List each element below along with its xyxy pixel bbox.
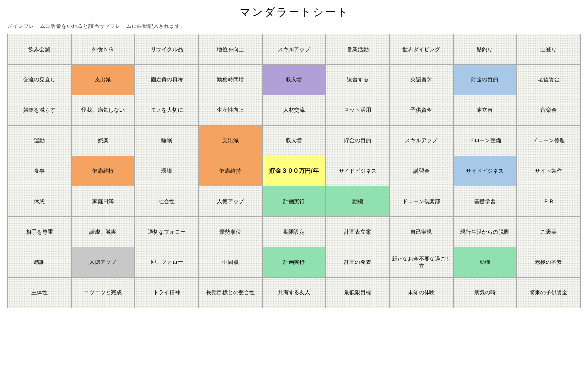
table-cell: 主体性 — [8, 278, 72, 308]
table-cell: 期限設定 — [262, 217, 326, 247]
table-cell: 音楽会 — [517, 95, 581, 126]
table-cell: サイト製作 — [517, 156, 581, 186]
table-cell: 貯金３００万円/年 — [262, 156, 326, 186]
table-cell: 環境 — [135, 156, 199, 186]
table-cell: 娯楽を減らす — [8, 95, 72, 126]
table-cell: 勤務時間増 — [198, 65, 262, 95]
table-cell: 固定費の再考 — [135, 65, 199, 95]
table-cell: ご褒美 — [517, 217, 581, 247]
table-cell: 現行生活からの脱脚 — [453, 217, 517, 247]
table-cell: 計画実行 — [262, 247, 326, 278]
table-cell: 優勢順位 — [198, 217, 262, 247]
table-cell: ネット活用 — [326, 95, 390, 126]
table-cell: 睡眠 — [135, 126, 199, 156]
table-cell: スキルアップ — [389, 126, 453, 156]
table-cell: 計画の発表 — [326, 247, 390, 278]
table-cell: 怪我、病気しない — [71, 95, 135, 126]
table-cell: モノを大切に — [135, 95, 199, 126]
table-cell: 病気の時 — [453, 278, 517, 308]
table-cell: 老後資金 — [517, 65, 581, 95]
table-cell: 家立替 — [453, 95, 517, 126]
table-cell: サイドビジネス — [453, 156, 517, 186]
table-cell: 休憩 — [8, 186, 72, 217]
table-cell: 飲み会減 — [8, 34, 72, 65]
table-cell: トライ精神 — [135, 278, 199, 308]
table-cell: 最低限目標 — [326, 278, 390, 308]
table-cell: 世界ダイビング — [389, 34, 453, 65]
table-cell: 家庭円満 — [71, 186, 135, 217]
table-cell: サイドビジネス — [326, 156, 390, 186]
table-cell: 共有する友人 — [262, 278, 326, 308]
table-cell: 動機 — [453, 247, 517, 278]
table-cell: 鮎釣り — [453, 34, 517, 65]
table-cell: 適切なフォロー — [135, 217, 199, 247]
table-cell: 相手を尊重 — [8, 217, 72, 247]
table-cell: 基礎学習 — [453, 186, 517, 217]
table-cell: 社会性 — [135, 186, 199, 217]
table-cell: ドローン修理 — [517, 126, 581, 156]
table-cell: 生産性向上 — [198, 95, 262, 126]
table-cell: 支出減 — [71, 65, 135, 95]
table-cell: 外食ＮＧ — [71, 34, 135, 65]
table-cell: 交流の見直し — [8, 65, 72, 95]
table-cell: 講習会 — [389, 156, 453, 186]
table-cell: 新たなお金不要な過ごし方 — [389, 247, 453, 278]
table-cell: 英語留学 — [389, 65, 453, 95]
table-cell: 娯楽 — [71, 126, 135, 156]
table-cell: 計画実行 — [262, 186, 326, 217]
table-cell: ドローン倶楽部 — [389, 186, 453, 217]
table-cell: 中間点 — [198, 247, 262, 278]
table-cell: ＰＲ — [517, 186, 581, 217]
table-cell: 地位を向上 — [198, 34, 262, 65]
table-cell: 即、フォロー — [135, 247, 199, 278]
table-cell: リサイクル品 — [135, 34, 199, 65]
table-cell: 健康維持 — [71, 156, 135, 186]
table-cell: 読書する — [326, 65, 390, 95]
table-cell: 運動 — [8, 126, 72, 156]
table-cell: 未知の体験 — [389, 278, 453, 308]
table-cell: 計画表立案 — [326, 217, 390, 247]
table-cell: 営業活動 — [326, 34, 390, 65]
table-cell: 将来の子供資金 — [517, 278, 581, 308]
table-cell: 人材交流 — [262, 95, 326, 126]
table-cell: 食事 — [8, 156, 72, 186]
table-cell: 老後の不安 — [517, 247, 581, 278]
table-cell: 子供資金 — [389, 95, 453, 126]
table-cell: 支出減 — [198, 126, 262, 156]
subtitle: メインフレームに語彙をいれると該当サブフレームに自動記入されます。 — [7, 23, 581, 30]
table-cell: 謙虚、誠実 — [71, 217, 135, 247]
table-cell: 動機 — [326, 186, 390, 217]
table-cell: 自己実現 — [389, 217, 453, 247]
table-cell: コツコツと完成 — [71, 278, 135, 308]
table-cell: 収入増 — [262, 65, 326, 95]
table-cell: スキルアップ — [262, 34, 326, 65]
table-cell: 人徳アップ — [198, 186, 262, 217]
table-cell: 山登り — [517, 34, 581, 65]
table-cell: 長期目標との整合性 — [198, 278, 262, 308]
table-cell: 貯金の目的 — [326, 126, 390, 156]
table-cell: ドローン整備 — [453, 126, 517, 156]
table-cell: 健康維持 — [198, 156, 262, 186]
table-cell: 人徳アップ — [71, 247, 135, 278]
table-cell: 収入増 — [262, 126, 326, 156]
table-cell: 貯金の目的 — [453, 65, 517, 95]
table-cell: 感謝 — [8, 247, 72, 278]
mandala-table: 飲み会減外食ＮＧリサイクル品地位を向上スキルアップ営業活動世界ダイビング鮎釣り山… — [7, 34, 581, 308]
page-title: マンダラートシート — [7, 5, 581, 20]
